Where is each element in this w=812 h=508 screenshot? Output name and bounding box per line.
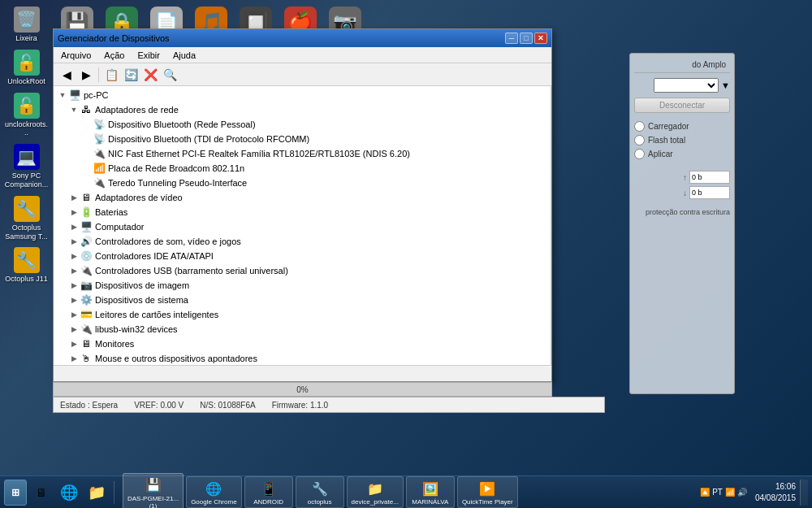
taskbar-item-android[interactable]: 📱 ANDROID: [244, 476, 293, 508]
close-button[interactable]: ✕: [534, 33, 547, 44]
expander-adaptadores[interactable]: ▼: [68, 104, 80, 115]
mouse-icon: 🖱: [80, 352, 93, 365]
android-label: ANDROID: [253, 498, 283, 506]
radio-carregador-input[interactable]: [634, 121, 645, 132]
tree-item-adaptadores-video[interactable]: ▶ 🖥 Adaptadores de vídeo: [54, 190, 551, 205]
menu-exibir[interactable]: Exibir: [134, 50, 163, 61]
expander-monitores[interactable]: ▶: [68, 338, 80, 350]
tree-item-imagem[interactable]: ▶ 📷 Dispositivos de imagem: [54, 278, 551, 293]
expander-leitores[interactable]: ▶: [68, 309, 80, 320]
desktop-icon-unlockroot[interactable]: 🔓 UnlockRoot: [2, 47, 51, 89]
expander-baterias[interactable]: ▶: [68, 206, 80, 218]
tree-item-leitores[interactable]: ▶ 💳 Leitores de cartões inteligentes: [54, 307, 551, 322]
update-button[interactable]: 🔄: [122, 66, 140, 84]
tree-item-computador[interactable]: ▶ 🖥️ Computador: [54, 219, 551, 234]
ide-icon: 💿: [80, 250, 93, 263]
taskbar-item-device-private[interactable]: 📁 device_private...: [347, 476, 404, 508]
radio-aplicar[interactable]: Aplicar: [634, 149, 730, 159]
expander-usb[interactable]: ▶: [68, 265, 80, 276]
tree-label-baterias: Baterias: [95, 207, 127, 217]
toolbar: ◀ ▶ 📋 🔄 ❌ 🔍: [54, 63, 551, 86]
forward-button[interactable]: ▶: [77, 66, 95, 84]
desktop-icon-sony[interactable]: 💻 Sony PC Companion...: [2, 141, 51, 192]
tree-item-usb[interactable]: ▶ 🔌 Controladores USB (barramento serial…: [54, 263, 551, 278]
tree-item-nic-realtek[interactable]: 🔌 NIC Fast Ethernet PCI-E Realtek Famíli…: [54, 146, 551, 161]
desktop-icons-column: 🗑️ Lixeira 🔓 UnlockRoot 🔓 unclockroots..…: [0, 0, 53, 406]
show-desktop-strip[interactable]: [800, 480, 808, 506]
expander-video[interactable]: ▶: [68, 192, 80, 203]
expander-root[interactable]: ▼: [57, 89, 68, 101]
statusbar: [54, 365, 551, 381]
tree-item-broadcom[interactable]: 📶 Placa de Rede Broadcom 802.11n: [54, 161, 551, 176]
taskbar-item-marinalva[interactable]: 🖼️ MARINÁLVA: [406, 476, 455, 508]
minimize-button[interactable]: ─: [505, 33, 518, 44]
libusb-icon: 🔌: [80, 323, 93, 336]
menu-arquivo[interactable]: Arquivo: [58, 50, 94, 61]
radio-carregador[interactable]: Carregador: [634, 121, 730, 132]
expander-libusb[interactable]: ▶: [68, 323, 80, 335]
tree-item-libusb[interactable]: ▶ 🔌 libusb-win32 devices: [54, 322, 551, 336]
desktop-icon-label-5: Octoplus Samsung T...: [5, 224, 49, 241]
taskbar-item-das[interactable]: 💾 DAS-PGMEI-21...(1): [123, 473, 184, 509]
vref-label: VREF: 0.00 V: [134, 401, 184, 410]
side-dropdown-select[interactable]: [654, 78, 719, 93]
taskbar-item-chrome[interactable]: 🌐 Google Chrome: [186, 476, 241, 508]
desktop: 💾 🔒 📄 🎵 🔲 🍎 📷 🗑️ Lixeira 🔓 UnlockRoot 🔓 …: [0, 0, 812, 508]
system-icon: ⚙️: [80, 293, 93, 306]
device-icon-5: 🔌: [93, 176, 106, 189]
side-dropdown[interactable]: ▼: [634, 78, 730, 93]
tree-item-monitores[interactable]: ▶ 🖥 Monitores: [54, 336, 551, 351]
tree-item-ide[interactable]: ▶ 💿 Controladores IDE ATA/ATAPI: [54, 249, 551, 263]
desktop-icon-octoplus-samsung[interactable]: 🔧 Octoplus Samsung T...: [2, 193, 51, 244]
taskbar-ie-icon[interactable]: 🌐: [56, 480, 82, 506]
radio-aplicar-input[interactable]: [634, 149, 645, 159]
expander-ide[interactable]: ▶: [68, 250, 80, 262]
menu-acao[interactable]: Ação: [101, 50, 127, 61]
tree-label-sistema: Dispositivos de sistema: [95, 295, 188, 305]
radio-flash[interactable]: Flash total: [634, 135, 730, 145]
tree-item-bt-rfcomm[interactable]: 📡 Dispositivo Bluetooth (TDI de Protocol…: [54, 132, 551, 146]
taskbar-item-quicktime[interactable]: ▶️ QuickTime Player: [457, 476, 518, 508]
taskbar-show-desktop[interactable]: 🖥: [28, 480, 54, 506]
scan-button[interactable]: 🔍: [161, 66, 179, 84]
desktop-icon-label: Lixeira: [15, 34, 37, 43]
expander-computador[interactable]: ▶: [68, 221, 80, 232]
radio-flash-input[interactable]: [634, 135, 645, 145]
side-input-row-2: ↓: [634, 186, 730, 199]
desktop-icon-label-2: UnlockRoot: [7, 77, 45, 86]
maximize-button[interactable]: □: [520, 33, 533, 44]
tree-item-teredo[interactable]: 🔌 Teredo Tunneling Pseudo-Interface: [54, 176, 551, 190]
back-button[interactable]: ◀: [58, 66, 76, 84]
tree-item-sistema[interactable]: ▶ ⚙️ Dispositivos de sistema: [54, 293, 551, 307]
tree-item-root[interactable]: ▼ 🖥️ pc-PC: [54, 88, 551, 102]
expander-som[interactable]: ▶: [68, 236, 80, 247]
side-input-2[interactable]: [689, 186, 730, 199]
tree-item-som[interactable]: ▶ 🔊 Controladores de som, vídeo e jogos: [54, 234, 551, 249]
tree-item-mouse[interactable]: ▶ 🖱 Mouse e outros dispositivos apontado…: [54, 351, 551, 365]
taskbar: ⊞ 🖥 🌐 📁 💾 DAS-PGMEI-21...(1) 🌐 Google Ch…: [0, 475, 812, 508]
comp-icon: 🖥️: [80, 220, 93, 233]
tree-panel[interactable]: ▼ 🖥️ pc-PC ▼ 🖧 Adaptadores de rede 📡 Dis…: [54, 86, 551, 365]
tree-item-adaptadores-rede[interactable]: ▼ 🖧 Adaptadores de rede: [54, 102, 551, 117]
disconnect-button[interactable]: Desconectar: [634, 98, 730, 113]
expander-sistema[interactable]: ▶: [68, 294, 80, 306]
desktop-icon-octoplus-j11[interactable]: 🔧 Octoplus J11: [2, 245, 51, 286]
desktop-icon-lixeira[interactable]: 🗑️ Lixeira: [2, 4, 51, 46]
tree-item-bt-rede-pessoal[interactable]: 📡 Dispositivo Bluetooth (Rede Pessoal): [54, 117, 551, 132]
expander-imagem[interactable]: ▶: [68, 280, 80, 291]
expander-mouse[interactable]: ▶: [68, 353, 80, 364]
taskbar-folder-icon[interactable]: 📁: [84, 480, 110, 506]
tree-label-nic: NIC Fast Ethernet PCI-E Realtek Família …: [108, 149, 410, 158]
menu-ajuda[interactable]: Ajuda: [170, 50, 199, 61]
start-button[interactable]: ⊞: [4, 480, 27, 506]
desktop-icon-unclockroots[interactable]: 🔓 unclockroots...: [2, 90, 51, 141]
tree-label-bt-rfcomm: Dispositivo Bluetooth (TDI de Protocolo …: [108, 134, 309, 144]
uninstall-button[interactable]: ❌: [141, 66, 159, 84]
taskbar-item-octoplus[interactable]: 🔧 octoplus: [296, 476, 344, 508]
properties-button[interactable]: 📋: [102, 66, 120, 84]
tree-item-baterias[interactable]: ▶ 🔋 Baterias: [54, 205, 551, 219]
window-titlebar[interactable]: Gerenciador de Dispositivos ─ □ ✕: [54, 29, 551, 47]
side-input-1[interactable]: [689, 171, 730, 184]
device-private-label: device_private...: [352, 498, 399, 506]
clock: 16:06 04/08/2015: [755, 481, 796, 504]
